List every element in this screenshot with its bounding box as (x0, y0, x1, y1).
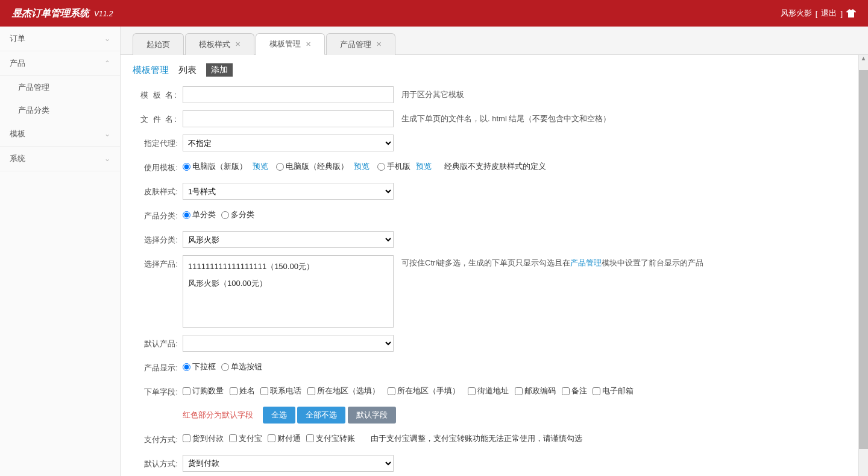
display-label: 产品显示: (133, 359, 178, 376)
skin-select[interactable]: 1号样式 (183, 183, 394, 200)
default-pay-select[interactable]: 货到付款 (183, 455, 394, 472)
product-option[interactable]: 111111111111111111（150.00元） (188, 258, 388, 275)
chk-cod[interactable]: 货到付款 (183, 431, 224, 446)
chk-alipay[interactable]: 支付宝 (229, 431, 262, 446)
sidebar-item-product[interactable]: 产品 ⌃ (0, 51, 120, 76)
use-template-label: 使用模板: (133, 159, 178, 176)
product-manage-link[interactable]: 产品管理 (570, 258, 602, 267)
chk-alipay-transfer[interactable]: 支付宝转账 (306, 431, 355, 446)
pay-hint: 由于支付宝调整，支付宝转账功能无法正常使用，请谨慎勾选 (371, 431, 582, 446)
chk-phone[interactable]: 联系电话 (260, 383, 301, 399)
chk-name[interactable]: 姓名 (230, 383, 255, 399)
default-pay-label: 默认方式: (133, 455, 178, 472)
bc-list-link[interactable]: 列表 (178, 65, 197, 76)
app-header: 昱杰订单管理系统 V11.2 风形火影 [ 退出 ] (0, 0, 868, 27)
app-title: 昱杰订单管理系统 (12, 7, 89, 20)
file-name-hint: 生成下单页的文件名，以. html 结尾（不要包含中文和空格） (401, 111, 611, 127)
tab-start[interactable]: 起始页 (133, 33, 184, 55)
radio-multi-cat[interactable]: 多分类 (221, 207, 254, 223)
tab-bar: 起始页 模板样式✕ 模板管理✕ 产品管理✕ (121, 27, 868, 55)
radio-single-cat[interactable]: 单分类 (183, 207, 216, 223)
header-title-group: 昱杰订单管理系统 V11.2 (12, 7, 113, 20)
file-name-label: 文 件 名: (133, 110, 178, 127)
main-panel: ◀ 起始页 模板样式✕ 模板管理✕ 产品管理✕ 模板管理 列表 添加 模 板 名… (121, 27, 868, 476)
chevron-down-icon: ⌄ (104, 34, 110, 43)
product-option[interactable]: 风形火影（100.00元） (188, 275, 388, 292)
content-area: 模板管理 列表 添加 模 板 名: 用于区分其它模板 文 件 名: 生成下单页的… (121, 55, 858, 476)
pay-label: 支付方式: (133, 431, 178, 448)
sidebar-item-product-category[interactable]: 产品分类 (0, 99, 120, 122)
header-user-group: 风形火影 [ 退出 ] (781, 8, 856, 19)
chk-zip[interactable]: 邮政编码 (515, 383, 556, 399)
preview-link[interactable]: 预览 (253, 159, 268, 174)
file-name-input[interactable] (183, 110, 394, 127)
radio-pc-new[interactable]: 电脑版（新版） (183, 159, 247, 174)
chevron-down-icon: ⌄ (104, 130, 110, 138)
chk-region-select[interactable]: 所在地区（选填） (307, 383, 380, 399)
tab-template-style[interactable]: 模板样式✕ (185, 33, 254, 55)
chevron-up-icon: ⌃ (104, 59, 110, 68)
logout-link[interactable]: 退出 (821, 8, 837, 19)
default-prod-label: 默认产品: (133, 335, 178, 352)
page-title: 模板管理 (133, 65, 169, 76)
app-version: V11.2 (94, 10, 113, 18)
agent-label: 指定代理: (133, 135, 178, 151)
chk-remark[interactable]: 备注 (562, 383, 587, 399)
category-label: 产品分类: (133, 207, 178, 224)
btn-default-fields[interactable]: 默认字段 (348, 407, 396, 424)
sidebar-item-template[interactable]: 模板 ⌄ (0, 122, 120, 147)
chk-address[interactable]: 街道地址 (468, 383, 509, 399)
scrollbar-thumb[interactable] (859, 70, 868, 449)
agent-select[interactable]: 不指定 (183, 135, 394, 151)
chk-tenpay[interactable]: 财付通 (268, 431, 301, 446)
sidebar-item-order[interactable]: 订单 ⌄ (0, 27, 120, 51)
username: 风形火影 (781, 8, 812, 19)
theme-icon[interactable] (846, 9, 856, 17)
chk-email[interactable]: 电子邮箱 (593, 383, 634, 399)
chk-region-manual[interactable]: 所在地区（手填） (388, 383, 460, 399)
close-icon[interactable]: ✕ (376, 40, 382, 48)
use-template-hint: 经典版不支持皮肤样式的定义 (444, 159, 546, 174)
tab-template-manage[interactable]: 模板管理✕ (256, 33, 325, 55)
btn-select-none[interactable]: 全部不选 (297, 407, 345, 424)
radio-pc-classic[interactable]: 电脑版（经典版） (276, 159, 348, 174)
close-icon[interactable]: ✕ (306, 40, 311, 48)
product-listbox[interactable]: 111111111111111111（150.00元） 风形火影（100.00元… (183, 255, 394, 328)
select-prod-label: 选择产品: (133, 255, 178, 272)
tab-product-manage[interactable]: 产品管理✕ (326, 33, 395, 55)
chk-quantity[interactable]: 订购数量 (183, 383, 224, 399)
red-note: 红色部分为默认字段 (183, 410, 253, 419)
preview-link[interactable]: 预览 (416, 159, 432, 174)
close-icon[interactable]: ✕ (235, 40, 241, 48)
select-cat-select[interactable]: 风形火影 (183, 231, 394, 248)
scrollbar[interactable]: ▲ (858, 55, 868, 476)
template-name-label: 模 板 名: (133, 86, 178, 103)
fields-label: 下单字段: (133, 383, 178, 400)
bc-add-badge[interactable]: 添加 (206, 63, 233, 77)
chevron-down-icon: ⌄ (104, 154, 110, 163)
default-prod-select[interactable] (183, 335, 394, 352)
radio-radio[interactable]: 单选按钮 (221, 359, 262, 375)
skin-label: 皮肤样式: (133, 183, 178, 200)
sidebar-item-system[interactable]: 系统 ⌄ (0, 147, 120, 171)
select-cat-label: 选择分类: (133, 231, 178, 248)
breadcrumb: 模板管理 列表 添加 (133, 63, 846, 77)
sidebar-item-product-manage[interactable]: 产品管理 (0, 76, 120, 99)
template-name-input[interactable] (183, 86, 394, 103)
sidebar: 订单 ⌄ 产品 ⌃ 产品管理 产品分类 模板 ⌄ 系统 ⌄ (0, 27, 121, 476)
preview-link[interactable]: 预览 (354, 159, 370, 174)
btn-select-all[interactable]: 全选 (263, 407, 295, 424)
radio-dropdown[interactable]: 下拉框 (183, 359, 216, 375)
radio-mobile[interactable]: 手机版 (377, 159, 410, 174)
template-name-hint: 用于区分其它模板 (401, 87, 464, 103)
